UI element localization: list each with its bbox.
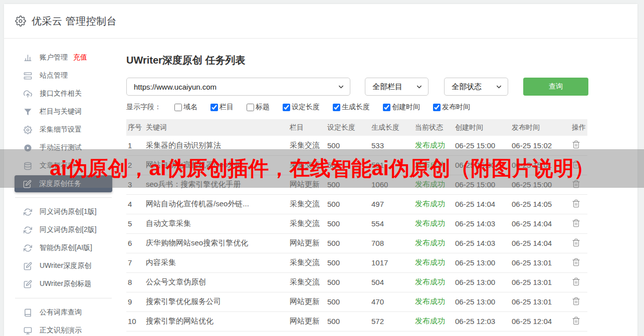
- delete-button[interactable]: [572, 297, 580, 307]
- checkbox-input[interactable]: [283, 104, 290, 111]
- column-header: 当前状态: [413, 119, 454, 136]
- edit-icon: [23, 279, 32, 288]
- sidebar-item[interactable]: 接口文件相关: [4, 85, 123, 103]
- sidebar-item[interactable]: 深度原创任务: [15, 175, 112, 192]
- gen-length-cell: 1017: [370, 253, 413, 272]
- field-checkbox[interactable]: 创建时间: [383, 103, 420, 112]
- field-checkbox[interactable]: 域名: [174, 103, 197, 112]
- edit-icon: [23, 261, 32, 270]
- sidebar-item-label: 接口文件相关: [40, 89, 82, 98]
- recharge-badge[interactable]: 充值: [73, 53, 87, 62]
- sidebar-item-label: 同义词伪原创[2版]: [40, 225, 97, 234]
- field-checkbox[interactable]: 栏目: [210, 103, 234, 112]
- row-index-cell: 1: [126, 136, 144, 155]
- field-label: 域名: [183, 103, 197, 112]
- sidebar-item[interactable]: 账户管理充值: [4, 49, 123, 67]
- keyword-cell: 公众号文章伪原创: [144, 272, 288, 292]
- sidebar-item[interactable]: 栏目与关键词: [4, 103, 123, 121]
- delete-button[interactable]: [572, 258, 580, 268]
- category-select[interactable]: 全部栏目: [365, 78, 428, 96]
- row-index-cell: 9: [126, 292, 144, 311]
- column-header: 栏目: [288, 119, 326, 136]
- field-checkbox[interactable]: 发布时间: [433, 103, 470, 112]
- checkbox-input[interactable]: [174, 104, 182, 111]
- status-cell: 发布成功: [413, 292, 454, 311]
- sidebar-item[interactable]: 采集细节设置: [4, 121, 123, 139]
- sidebar-item[interactable]: 同义词伪原创[1版]: [4, 203, 123, 221]
- gen-length-cell: 497: [370, 194, 413, 214]
- column-cell: 网站更新: [288, 292, 326, 311]
- row-index-cell: 7: [126, 253, 144, 272]
- checkbox-input[interactable]: [210, 104, 218, 111]
- field-checkbox[interactable]: 设定长度: [283, 103, 320, 112]
- checkbox-input[interactable]: [333, 104, 340, 111]
- gen-length-cell: 504: [370, 272, 413, 292]
- trash-icon: [572, 219, 580, 229]
- display-fields-row: 显示字段： 域名栏目标题设定长度生成长度创建时间发布时间: [126, 102, 637, 112]
- delete-button[interactable]: [572, 180, 580, 190]
- set-length-cell: 500: [326, 272, 370, 292]
- sidebar-item[interactable]: 公有词库查询: [4, 303, 123, 321]
- sidebar-item[interactable]: 站点管理: [4, 67, 123, 85]
- query-button[interactable]: 查询: [523, 78, 588, 96]
- actions-cell: [570, 272, 587, 292]
- checkbox-input[interactable]: [433, 104, 441, 111]
- delete-button[interactable]: [572, 238, 580, 248]
- table-row: 9搜索引擎优化服务公司网站更新500470发布成功06-25 13:0006-2…: [126, 292, 587, 311]
- column-header: 创建时间: [454, 119, 510, 136]
- top-header: 优采云 管理控制台: [4, 4, 637, 39]
- row-index-cell: 8: [126, 272, 144, 292]
- sidebar-item[interactable]: UWriter原创标题: [4, 275, 123, 293]
- table-row: 4网站自动化宣传机器/seo外链...采集交流500497发布成功06-25 1…: [126, 194, 587, 214]
- field-checkbox[interactable]: 生成长度: [333, 103, 370, 112]
- delete-button[interactable]: [572, 199, 580, 209]
- sidebar-item[interactable]: 文章暂存库: [4, 157, 123, 175]
- column-cell: 采集交流: [288, 214, 326, 233]
- sidebar-item[interactable]: 手动运行测试: [4, 139, 123, 157]
- column-header: 序号: [126, 119, 144, 136]
- trash-icon: [572, 297, 580, 307]
- delete-button[interactable]: [572, 160, 580, 170]
- delete-button[interactable]: [572, 219, 580, 229]
- checkbox-input[interactable]: [383, 104, 390, 111]
- keyword-cell: 网站自动化宣传机器/seo外链...: [144, 194, 288, 214]
- create-time-cell: 06-25 14:03: [454, 233, 510, 253]
- field-label: 发布时间: [442, 103, 470, 112]
- sidebar-item[interactable]: 同义词伪原创[2版]: [4, 221, 123, 239]
- delete-button[interactable]: [572, 316, 580, 326]
- column-cell: 网站更新: [288, 175, 326, 194]
- keyword-cell: 自动文章采集: [144, 214, 288, 233]
- create-time-cell: 06-25 14:04: [454, 194, 510, 214]
- actions-cell: [570, 155, 587, 175]
- sidebar-item-label: 深度原创任务: [39, 179, 81, 188]
- sidebar-item[interactable]: UWriter深度原创: [4, 257, 123, 275]
- site-select-value: https://www.ucaiyun.com: [134, 83, 217, 91]
- sidebar-item-label: UWriter原创标题: [40, 279, 91, 288]
- column-header: 关键词: [144, 119, 288, 136]
- gen-length-cell: 572: [370, 311, 413, 331]
- trash-icon: [572, 140, 580, 150]
- sidebar-item-label: 智能伪原创[AI版]: [40, 243, 92, 252]
- app-title: 优采云 管理控制台: [32, 15, 117, 28]
- delete-button[interactable]: [572, 277, 580, 287]
- create-time-cell: 06-25 13:00: [454, 253, 510, 272]
- sidebar-item[interactable]: 正文识别演示: [4, 321, 123, 336]
- table-header-row: 序号关键词栏目设定长度生成长度当前状态创建时间发布时间操作: [126, 119, 587, 136]
- delete-button[interactable]: [572, 140, 580, 150]
- set-length-cell: 500: [326, 136, 370, 155]
- checkbox-input[interactable]: [247, 104, 254, 111]
- publish-time-cell: 06-25 15:00: [510, 175, 570, 194]
- sidebar-item-label: 手动运行测试: [40, 143, 82, 152]
- sidebar-item[interactable]: 智能伪原创[AI版]: [4, 239, 123, 257]
- keyword-cell: 网站自动化宣传机器/seo外链...: [144, 155, 288, 175]
- trash-icon: [572, 238, 580, 248]
- status-cell: 发布成功: [413, 175, 454, 194]
- column-cell: 采集交流: [288, 194, 326, 214]
- field-checkbox[interactable]: 标题: [247, 103, 270, 112]
- status-select[interactable]: 全部状态: [444, 78, 508, 96]
- publish-time-cell: 06-25 14:05: [510, 194, 570, 214]
- column-header: 发布时间: [510, 119, 570, 136]
- sidebar-item-label: 同义词伪原创[1版]: [40, 207, 97, 216]
- site-select[interactable]: https://www.ucaiyun.com: [126, 78, 350, 96]
- filter-row: https://www.ucaiyun.com 全部栏目 全部状态 查询: [126, 78, 637, 96]
